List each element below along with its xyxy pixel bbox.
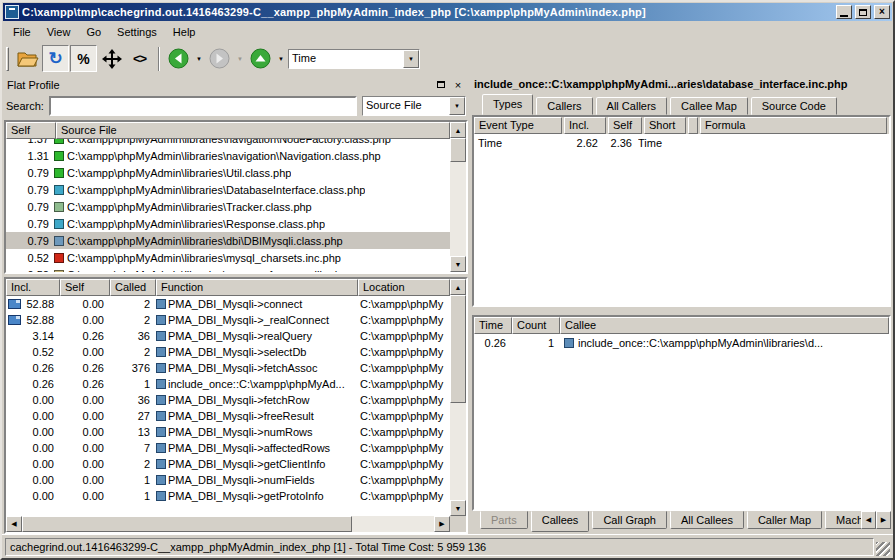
scrollbar-thumb[interactable]	[450, 295, 466, 403]
function-row[interactable]: 3.140.2636PMA_DBI_Mysqli->realQueryC:\xa…	[6, 328, 450, 344]
column-header-time[interactable]: Time	[474, 317, 512, 334]
source-file-row[interactable]: 1.37C:\xampp\phpMyAdmin\libraries\naviga…	[6, 139, 450, 147]
source-file-row[interactable]: 0.52C:\xampp\phpMyAdmin\libraries\mysql_…	[6, 249, 450, 266]
column-header-short[interactable]: Short	[644, 117, 686, 134]
source-file-row[interactable]: 0.79C:\xampp\phpMyAdmin\libraries\Util.c…	[6, 164, 450, 181]
tab-machine[interactable]: Machine	[825, 511, 861, 529]
up-dropdown[interactable]: ▼	[275, 45, 287, 72]
menu-item-settings[interactable]: Settings	[109, 24, 165, 40]
open-file-button[interactable]	[14, 45, 41, 72]
expand-areas-button[interactable]	[98, 45, 125, 72]
tab-callee-map[interactable]: Callee Map	[670, 97, 748, 115]
close-button[interactable]: ×	[874, 5, 890, 19]
float-panel-button[interactable]	[434, 78, 448, 91]
up-button[interactable]	[247, 45, 274, 72]
source-file-row[interactable]: 0.79C:\xampp\phpMyAdmin\libraries\Respon…	[6, 215, 450, 232]
column-header-incl[interactable]: Incl.	[6, 279, 60, 296]
scroll-down-button[interactable]: ▼	[450, 500, 466, 516]
source-file-row[interactable]: 1.31C:\xampp\phpMyAdmin\libraries\naviga…	[6, 147, 450, 164]
source-list-scrollbar: ▲ ▼	[450, 122, 466, 272]
tab-source-code[interactable]: Source Code	[751, 97, 837, 115]
column-header-incl[interactable]: Incl.	[564, 117, 606, 134]
scrollbar-thumb[interactable]	[450, 138, 466, 162]
menu-item-file[interactable]: File	[5, 24, 39, 40]
column-header-location[interactable]: Location	[358, 279, 450, 296]
tab-call-graph[interactable]: Call Graph	[592, 511, 667, 529]
self-value: 0.00	[60, 490, 110, 502]
relative-percent-button[interactable]: %	[70, 45, 97, 72]
function-row[interactable]: 0.000.007PMA_DBI_Mysqli->affectedRowsC:\…	[6, 440, 450, 456]
grouping-combobox[interactable]: Source File ▼	[362, 96, 466, 116]
scrollbar-track[interactable]	[352, 516, 434, 532]
detail-splitter[interactable]	[472, 307, 891, 315]
cycle-grouping-button[interactable]: ↻	[42, 45, 69, 72]
maximize-button[interactable]	[855, 5, 871, 19]
column-header-self[interactable]: Self	[608, 117, 642, 134]
back-dropdown[interactable]: ▼	[193, 45, 205, 72]
function-row[interactable]: 0.260.261include_once::C:\xampp\phpMyAd.…	[6, 376, 450, 392]
title-bar[interactable]: C:\xampp\tmp\cachegrind.out.1416463299-C…	[3, 3, 892, 21]
scrollbar-thumb[interactable]	[22, 516, 352, 532]
tab-all-callees[interactable]: All Callees	[670, 511, 744, 529]
column-header-source-file[interactable]: Source File	[56, 122, 450, 139]
scroll-right-button[interactable]: ▶	[434, 516, 450, 532]
source-file-row[interactable]: 0.79C:\xampp\phpMyAdmin\libraries\dbi\DB…	[6, 232, 450, 249]
tab-callees[interactable]: Callees	[531, 511, 590, 532]
tab-callers[interactable]: Callers	[536, 97, 592, 115]
tab-scroll-right-button[interactable]: ▶	[876, 511, 891, 529]
main-area: Flat Profile × Search: Source File ▼ Sel…	[2, 75, 893, 534]
tab-types[interactable]: Types	[482, 94, 533, 115]
function-row[interactable]: 52.880.002PMA_DBI_Mysqli->connectC:\xamp…	[6, 296, 450, 312]
menu-item-help[interactable]: Help	[165, 24, 204, 40]
function-row[interactable]: 0.000.0036PMA_DBI_Mysqli->fetchRowC:\xam…	[6, 392, 450, 408]
close-panel-button[interactable]: ×	[451, 78, 465, 91]
source-file-row[interactable]: 0.79C:\xampp\phpMyAdmin\libraries\Databa…	[6, 181, 450, 198]
function-icon	[156, 411, 166, 421]
back-button[interactable]	[165, 45, 192, 72]
event-type-combobox[interactable]: Time ▼	[288, 49, 420, 69]
column-header-callee[interactable]: Callee	[560, 317, 889, 334]
source-file-row[interactable]: 0.79C:\xampp\phpMyAdmin\libraries\Tracke…	[6, 198, 450, 215]
function-row[interactable]: 0.260.26376PMA_DBI_Mysqli->fetchAssocC:\…	[6, 360, 450, 376]
event-type-row[interactable]: Time2.622.36Time	[474, 134, 889, 151]
tab-all-callers[interactable]: All Callers	[596, 97, 668, 115]
menu-item-go[interactable]: Go	[78, 24, 109, 40]
function-row[interactable]: 0.000.001PMA_DBI_Mysqli->getProtoInfoC:\…	[6, 488, 450, 504]
forward-dropdown[interactable]: ▼	[234, 45, 246, 72]
cycle-detection-button[interactable]: <>	[126, 45, 153, 72]
toolbar-handle[interactable]	[6, 47, 9, 71]
combo-dropdown-button[interactable]: ▼	[403, 50, 419, 68]
function-row[interactable]: 0.000.002PMA_DBI_Mysqli->getClientInfoC:…	[6, 456, 450, 472]
function-row[interactable]: 0.520.002PMA_DBI_Mysqli->selectDbC:\xamp…	[6, 344, 450, 360]
scroll-left-button[interactable]: ◀	[6, 516, 22, 532]
menu-item-view[interactable]: View	[39, 24, 79, 40]
source-file-row[interactable]: 0.52C:\xampp\phpMyAdmin\libraries\user_p…	[6, 266, 450, 272]
function-row[interactable]: 0.000.001PMA_DBI_Mysqli->numFieldsC:\xam…	[6, 472, 450, 488]
scroll-up-button[interactable]: ▲	[450, 279, 466, 295]
scrollbar-track[interactable]	[450, 403, 466, 500]
column-header-count[interactable]: Count	[512, 317, 560, 334]
column-header-self[interactable]: Self	[60, 279, 110, 296]
function-row[interactable]: 0.000.0027PMA_DBI_Mysqli->freeResultC:\x…	[6, 408, 450, 424]
column-header-called[interactable]: Called	[110, 279, 156, 296]
incl-value: 52.88	[26, 298, 54, 310]
combo-dropdown-button[interactable]: ▼	[449, 97, 465, 115]
function-row[interactable]: 52.880.002PMA_DBI_Mysqli->_realConnectC:…	[6, 312, 450, 328]
scroll-up-button[interactable]: ▲	[450, 122, 466, 138]
column-header-self[interactable]: Self	[6, 122, 56, 139]
column-header-spacer[interactable]	[688, 117, 698, 134]
tab-scroll-left-button[interactable]: ◀	[861, 511, 876, 529]
search-input[interactable]	[49, 96, 357, 116]
forward-button[interactable]	[206, 45, 233, 72]
detail-panel: include_once::C:\xampp\phpMyAdmi...aries…	[472, 76, 891, 534]
resize-grip[interactable]	[876, 542, 890, 556]
function-row[interactable]: 0.000.0013PMA_DBI_Mysqli->numRowsC:\xamp…	[6, 424, 450, 440]
scrollbar-track[interactable]	[450, 162, 466, 256]
column-header-event-type[interactable]: Event Type	[474, 117, 562, 134]
column-header-function[interactable]: Function	[156, 279, 358, 296]
callee-row[interactable]: 0.261include_once::C:\xampp\phpMyAdmin\l…	[474, 334, 889, 351]
tab-caller-map[interactable]: Caller Map	[747, 511, 822, 529]
scroll-down-button[interactable]: ▼	[450, 256, 466, 272]
minimize-button[interactable]	[836, 5, 852, 19]
column-header-formula[interactable]: Formula	[700, 117, 887, 134]
